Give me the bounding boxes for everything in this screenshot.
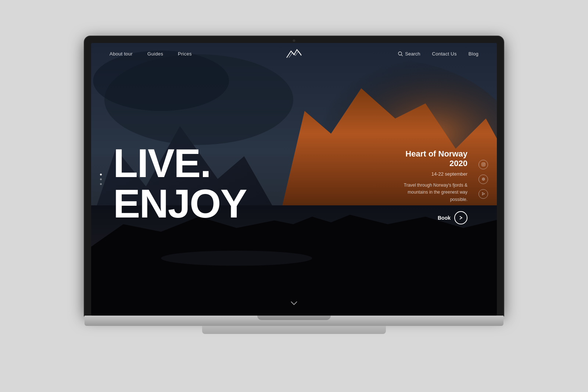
laptop-bottom [85,316,503,326]
slider-dot-3[interactable] [100,183,102,185]
screen: About tour Guides Prices [91,43,497,316]
svg-line-12 [401,55,403,56]
nav-guides[interactable]: Guides [147,51,163,57]
camera-dot [293,39,295,42]
laptop-stand [202,326,386,334]
laptop-mockup: About tour Guides Prices [85,36,503,356]
nav-search[interactable]: Search [398,51,420,57]
nav-logo[interactable] [285,48,303,60]
mail-icon[interactable] [478,175,488,184]
book-button[interactable]: Book [438,211,467,224]
hero-card: Heart of Norway 2020 14-22 september Tra… [401,149,467,224]
card-title: Heart of Norway 2020 [401,149,467,168]
card-date: 14-22 september [401,171,467,177]
svg-point-15 [484,163,484,164]
laptop-hinge [257,316,331,320]
book-arrow-icon [454,211,467,224]
slider-dot-2[interactable] [100,178,102,180]
hero-title-line2: ENJOY [113,183,247,224]
card-description: Travel through Norway's fjords & mountai… [401,182,467,203]
send-icon[interactable] [478,189,488,199]
svg-point-11 [398,52,402,55]
svg-point-8 [161,251,312,266]
nav-contact[interactable]: Contact Us [432,51,456,57]
svg-point-16 [482,178,485,180]
svg-marker-18 [482,193,485,195]
nav-about-tour[interactable]: About tour [110,51,133,57]
screen-bezel: About tour Guides Prices [85,36,503,316]
hero-title-line1: LIVE. [113,143,247,183]
nav-blog[interactable]: Blog [469,51,478,57]
navbar: About tour Guides Prices [91,43,497,65]
search-label: Search [405,51,420,57]
social-icons [478,160,488,199]
svg-rect-13 [482,163,485,166]
hero-content: LIVE. ENJOY [113,143,247,224]
svg-point-14 [483,164,484,165]
nav-right: Search Contact Us Blog [398,51,478,57]
instagram-icon[interactable] [478,160,488,169]
svg-point-17 [483,179,484,180]
book-label: Book [438,215,451,221]
nav-left: About tour Guides Prices [110,51,192,57]
scroll-down-indicator[interactable] [290,300,298,307]
nav-prices[interactable]: Prices [178,51,192,57]
slider-dot-1[interactable] [100,173,102,175]
slider-dots [100,173,102,185]
